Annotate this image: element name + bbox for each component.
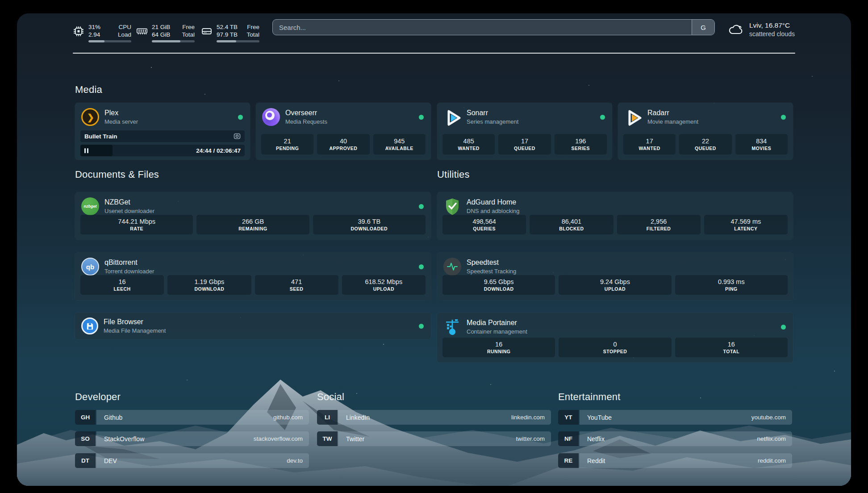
service-card-plex[interactable]: ❯ Plex Media server Bullet Train 24:44 /… <box>75 103 250 160</box>
bookmark-dev[interactable]: DT DEVdev.to <box>75 453 309 468</box>
service-title: Speedtest <box>467 258 516 267</box>
service-title: Plex <box>104 109 138 117</box>
service-card-overseerr[interactable]: Overseerr Media Requests 21PENDING 40APP… <box>256 103 431 160</box>
service-title: Overseerr <box>285 109 327 117</box>
memory-resource-widget: 21 GiB 64 GiB Free Total <box>136 23 195 42</box>
bookmark-name: DEV <box>104 457 117 464</box>
cpu-resource-widget: 31% 2.94 CPU Load <box>73 23 131 42</box>
bookmark-url: github.com <box>273 414 303 421</box>
cpu-percent: 31% <box>88 23 100 31</box>
status-dot <box>781 115 786 120</box>
search-input[interactable] <box>273 20 692 35</box>
bookmark-url: youtube.com <box>751 414 786 421</box>
section-heading-documents: Documents & Files <box>75 169 159 180</box>
memory-total-value: 64 GiB <box>152 31 170 38</box>
search-provider-button[interactable]: G <box>692 20 714 35</box>
service-title: qBittorrent <box>104 258 154 267</box>
service-card-portainer[interactable]: Media Portainer Container management 16R… <box>437 313 793 363</box>
memory-usage-bar <box>152 40 195 42</box>
filebrowser-logo <box>81 318 98 334</box>
memory-icon <box>136 25 148 37</box>
stat-block: 834MOVIES <box>735 134 788 155</box>
bookmark-url: stackoverflow.com <box>254 435 303 442</box>
disk-usage-bar <box>217 40 259 42</box>
stat-block: 744.21 MbpsRATE <box>80 215 193 234</box>
service-subtitle: DNS and adblocking <box>467 207 520 215</box>
bookmark-reddit[interactable]: RE Redditreddit.com <box>558 453 792 468</box>
service-card-radarr[interactable]: Radarr Movie management 17WANTED 22QUEUE… <box>618 103 793 160</box>
stat-block: 498,564QUERIES <box>442 215 526 234</box>
bookmark-url: reddit.com <box>758 457 786 464</box>
plex-logo: ❯ <box>81 108 99 126</box>
memory-free-value: 21 GiB <box>152 23 170 31</box>
stat-block: 86,401BLOCKED <box>530 215 613 234</box>
stat-block: 266 GBREMAINING <box>196 215 309 234</box>
bookmark-netflix[interactable]: NF Netflixnetflix.com <box>558 431 792 446</box>
status-dot <box>419 324 424 329</box>
nzbget-logo: nzbget <box>81 197 99 215</box>
section-heading-social: Social <box>317 391 344 403</box>
service-title: Radarr <box>647 109 698 117</box>
service-subtitle: Series management <box>467 118 518 125</box>
service-subtitle: Speedtest Tracking <box>467 267 516 275</box>
bookmark-github[interactable]: GH Githubgithub.com <box>75 410 309 425</box>
memory-total-label: Total <box>182 31 195 38</box>
stat-block: 1.19 GbpsDOWNLOAD <box>167 275 251 295</box>
service-card-nzbget[interactable]: nzbget NZBGet Usenet downloader 744.21 M… <box>75 192 431 240</box>
bookmark-linkedin[interactable]: LI LinkedInlinkedin.com <box>317 410 551 425</box>
weather-widget[interactable]: Lviv, 16.87°C scattered clouds <box>728 21 795 38</box>
bookmark-abbr: TW <box>317 431 338 446</box>
cpu-label: CPU <box>118 23 131 31</box>
sonarr-logo <box>443 108 461 126</box>
disk-total-label: Total <box>246 31 259 38</box>
bookmark-abbr: LI <box>317 410 338 425</box>
bookmark-stackoverflow[interactable]: SO StackOverflowstackoverflow.com <box>75 431 309 446</box>
cpu-load-label: Load <box>118 31 131 38</box>
bookmark-name: Netflix <box>587 435 605 443</box>
section-heading-utilities: Utilities <box>437 169 470 180</box>
status-dot <box>419 204 424 209</box>
service-title: Media Portainer <box>467 318 527 327</box>
service-card-speedtest[interactable]: Speedtest Speedtest Tracking 9.65 GbpsDO… <box>437 252 793 300</box>
bookmark-twitter[interactable]: TW Twittertwitter.com <box>317 431 551 446</box>
section-heading-developer: Developer <box>75 391 121 403</box>
disk-resource-widget: 52.4 TB 97.9 TB Free Total <box>201 23 259 42</box>
cpu-icon <box>73 25 84 37</box>
stat-block: 16RUNNING <box>442 338 555 357</box>
bookmark-name: StackOverflow <box>104 435 144 443</box>
weather-location-temp: Lviv, 16.87°C <box>749 21 795 29</box>
service-subtitle: Media Requests <box>285 118 327 125</box>
bookmark-abbr: DT <box>75 453 96 468</box>
overseerr-logo <box>262 108 280 126</box>
service-subtitle: Usenet downloader <box>104 207 154 215</box>
weather-condition: scattered clouds <box>749 30 795 38</box>
section-heading-entertainment: Entertainment <box>558 391 621 403</box>
disk-usage-fill <box>217 40 236 42</box>
service-card-sonarr[interactable]: Sonarr Series management 485WANTED 17QUE… <box>437 103 612 160</box>
now-playing-title: Bullet Train <box>84 133 117 140</box>
stat-block: 485WANTED <box>442 134 495 155</box>
playback-time: 24:44 / 02:06:47 <box>196 147 241 154</box>
section-heading-media: Media <box>75 84 102 96</box>
bookmark-url: netflix.com <box>757 435 786 442</box>
service-card-filebrowser[interactable]: File Browser Media File Management <box>75 313 431 339</box>
service-title: AdGuard Home <box>467 198 520 207</box>
stat-block: 618.52 MbpsUPLOAD <box>342 275 426 295</box>
bookmark-name: LinkedIn <box>346 414 370 421</box>
speedtest-logo <box>443 258 461 276</box>
service-title: NZBGet <box>104 198 154 207</box>
service-card-qbittorrent[interactable]: qb qBittorrent Torrent downloader 16LEEC… <box>75 252 431 300</box>
status-dot <box>781 325 786 330</box>
bookmark-name: Github <box>104 414 122 421</box>
portainer-logo <box>443 318 461 336</box>
bookmark-youtube[interactable]: YT YouTubeyoutube.com <box>558 410 792 425</box>
now-playing-row: Bullet Train <box>80 130 245 142</box>
pause-button[interactable] <box>84 148 88 153</box>
service-card-adguard[interactable]: AdGuard Home DNS and adblocking 498,564Q… <box>437 192 793 240</box>
bookmark-name: YouTube <box>587 414 612 421</box>
bookmark-abbr: YT <box>558 410 579 425</box>
stat-block: 9.65 GbpsDOWNLOAD <box>442 275 555 295</box>
cloud-icon <box>728 23 744 36</box>
stat-block: 40APPROVED <box>317 134 369 155</box>
player-progress-row: 24:44 / 02:06:47 <box>80 145 245 156</box>
